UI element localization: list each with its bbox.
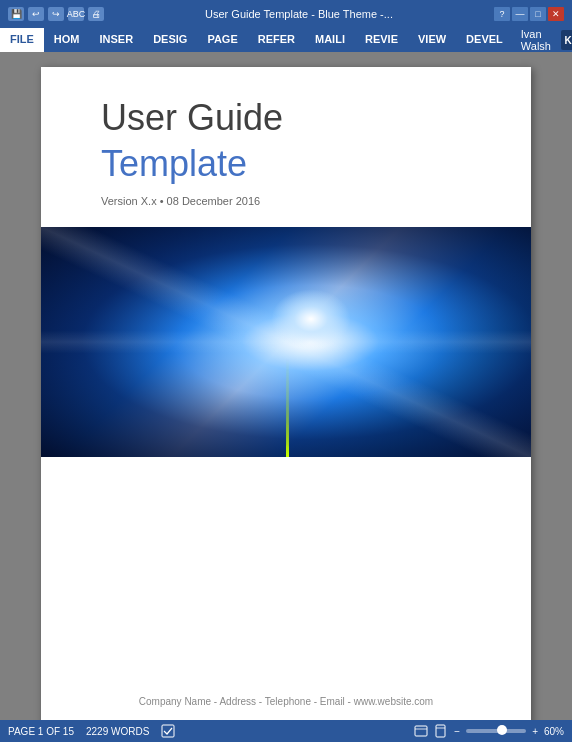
tab-page[interactable]: PAGE	[197, 28, 247, 52]
document-version: Version X.x • 08 December 2016	[101, 195, 471, 207]
user-avatar[interactable]: K	[561, 30, 572, 50]
spelling-icon[interactable]: ABC	[68, 7, 84, 21]
company-info: Company Name - Address - Telephone - Ema…	[139, 696, 433, 707]
svg-rect-3	[436, 725, 445, 737]
document-area: User Guide Template Version X.x • 08 Dec…	[0, 52, 572, 720]
zoom-plus[interactable]: +	[532, 726, 538, 737]
layout-icon	[414, 724, 428, 738]
maximize-button[interactable]: □	[530, 7, 546, 21]
window-controls: ? — □ ✕	[494, 7, 564, 21]
zoom-slider[interactable]	[466, 729, 526, 733]
window-title: User Guide Template - Blue Theme -...	[104, 8, 494, 20]
tab-file[interactable]: FILE	[0, 28, 44, 52]
title-bar: 💾 ↩ ↪ ABC 🖨 User Guide Template - Blue T…	[0, 0, 572, 28]
user-info: Ivan Walsh K	[513, 28, 572, 52]
undo-icon[interactable]: ↩	[28, 7, 44, 21]
ribbon-tabs: FILE HOM INSER DESIG PAGE REFER MAILI RE…	[0, 28, 572, 52]
tab-home[interactable]: HOM	[44, 28, 90, 52]
page-indicator: PAGE 1 OF 15	[8, 726, 74, 737]
print-preview-icon[interactable]: 🖨	[88, 7, 104, 21]
tab-view[interactable]: VIEW	[408, 28, 456, 52]
close-button[interactable]: ✕	[548, 7, 564, 21]
zoom-thumb	[497, 725, 507, 735]
page-footer: Company Name - Address - Telephone - Ema…	[41, 457, 531, 720]
tab-developer[interactable]: DEVEL	[456, 28, 513, 52]
page-layout-icon	[434, 724, 448, 738]
user-name: Ivan Walsh	[521, 28, 558, 52]
view-normal-icon[interactable]	[414, 724, 428, 738]
tunnel-glow	[271, 289, 351, 349]
document-page: User Guide Template Version X.x • 08 Dec…	[41, 67, 531, 720]
zoom-percent: 60%	[544, 726, 564, 737]
title-bar-left: 💾 ↩ ↪ ABC 🖨	[8, 7, 104, 21]
tab-mailings[interactable]: MAILI	[305, 28, 355, 52]
document-subtitle: Template	[101, 143, 471, 185]
quick-access-toolbar: 💾 ↩ ↪ ABC 🖨	[8, 7, 104, 21]
tab-insert[interactable]: INSER	[90, 28, 144, 52]
svg-rect-0	[162, 725, 174, 737]
cover-image	[41, 227, 531, 457]
status-bar: PAGE 1 OF 15 2229 WORDS − + 60%	[0, 720, 572, 742]
ribbon: FILE HOM INSER DESIG PAGE REFER MAILI RE…	[0, 28, 572, 52]
view-layout-icon[interactable]	[434, 724, 448, 738]
word-count: 2229 WORDS	[86, 726, 149, 737]
tab-design[interactable]: DESIG	[143, 28, 197, 52]
document-title: User Guide	[101, 97, 471, 139]
status-right: − + 60%	[414, 724, 564, 738]
page-header: User Guide Template Version X.x • 08 Dec…	[41, 67, 531, 227]
svg-rect-1	[415, 726, 427, 736]
tab-references[interactable]: REFER	[248, 28, 305, 52]
redo-icon[interactable]: ↪	[48, 7, 64, 21]
track-changes-icon	[161, 724, 175, 738]
doc-check-icon	[161, 724, 175, 738]
minimize-button[interactable]: —	[512, 7, 528, 21]
help-button[interactable]: ?	[494, 7, 510, 21]
save-icon[interactable]: 💾	[8, 7, 24, 21]
tab-review[interactable]: REVIE	[355, 28, 408, 52]
road-line	[286, 360, 289, 457]
zoom-minus[interactable]: −	[454, 726, 460, 737]
